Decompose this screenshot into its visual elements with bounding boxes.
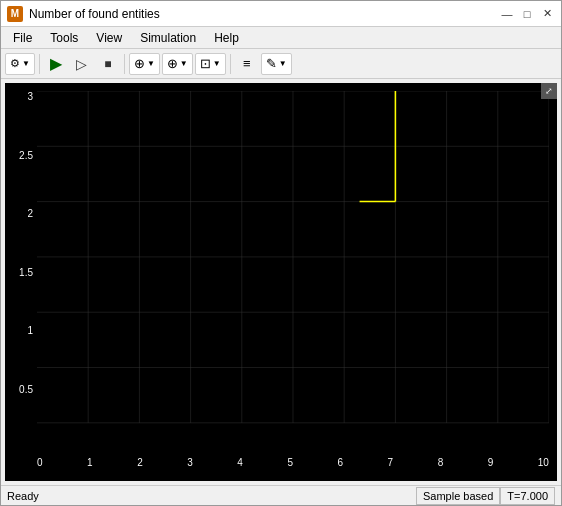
edit-button[interactable]: ✎ ▼ [261,53,292,75]
y-label-2: 2 [27,208,33,219]
window-title: Number of found entities [29,7,160,21]
x-label-1: 1 [87,457,93,468]
y-axis-labels: 3 2.5 2 1.5 1 0.5 0 [5,91,37,453]
plot-svg [37,91,549,453]
x-label-4: 4 [237,457,243,468]
x-label-7: 7 [388,457,394,468]
main-window: M Number of found entities — □ ✕ File To… [0,0,562,506]
menu-tools[interactable]: Tools [42,29,86,47]
menu-bar: File Tools View Simulation Help [1,27,561,49]
toolbar: ⚙ ▼ ▶ ▷ ■ ⊕ ▼ ⊕ ▼ ⊡ ▼ ≡ ✎ ▼ [1,49,561,79]
sep3 [230,54,231,74]
settings-button[interactable]: ⚙ ▼ [5,53,35,75]
fit-dropdown-arrow: ▼ [213,59,221,68]
close-button[interactable]: ✕ [539,6,555,22]
sep2 [124,54,125,74]
app-icon: M [7,6,23,22]
title-bar: M Number of found entities — □ ✕ [1,1,561,27]
y-label-15: 1.5 [19,267,33,278]
edit-icon: ✎ [266,56,277,71]
status-right: Sample based T=7.000 [416,487,555,505]
title-bar-left: M Number of found entities [7,6,160,22]
status-ready: Ready [7,490,39,502]
fit-icon: ⊡ [200,56,211,71]
plot-inner [37,91,549,453]
status-bar: Ready Sample based T=7.000 [1,485,561,505]
fit-button[interactable]: ⊡ ▼ [195,53,226,75]
y-label-05: 0.5 [19,384,33,395]
menu-view[interactable]: View [88,29,130,47]
expand-button[interactable]: ⤢ [541,83,557,99]
x-label-8: 8 [438,457,444,468]
insert-button[interactable]: ⊕ ▼ [129,53,160,75]
y-label-1: 1 [27,325,33,336]
sep1 [39,54,40,74]
insert-dropdown-arrow: ▼ [147,59,155,68]
zoom-button[interactable]: ⊕ ▼ [162,53,193,75]
y-label-25: 2.5 [19,150,33,161]
minimize-button[interactable]: — [499,6,515,22]
menu-simulation[interactable]: Simulation [132,29,204,47]
y-label-3: 3 [27,91,33,102]
x-label-0: 0 [37,457,43,468]
zoom-icon: ⊕ [167,56,178,71]
x-label-10: 10 [538,457,549,468]
edit-dropdown-arrow: ▼ [279,59,287,68]
zoom-dropdown-arrow: ▼ [180,59,188,68]
menu-help[interactable]: Help [206,29,247,47]
x-label-9: 9 [488,457,494,468]
x-axis-labels: 0 1 2 3 4 5 6 7 8 9 10 [37,453,549,481]
window-controls: — □ ✕ [499,6,555,22]
step-button[interactable]: ▷ [70,52,94,76]
time-label: T=7.000 [500,487,555,505]
x-label-5: 5 [287,457,293,468]
insert-icon: ⊕ [134,56,145,71]
sample-based-label: Sample based [416,487,500,505]
x-label-3: 3 [187,457,193,468]
menu-file[interactable]: File [5,29,40,47]
settings-dropdown-arrow: ▼ [22,59,30,68]
layout-button[interactable]: ≡ [235,52,259,76]
run-button[interactable]: ▶ [44,52,68,76]
x-label-2: 2 [137,457,143,468]
stop-button[interactable]: ■ [96,52,120,76]
plot-area: 3 2.5 2 1.5 1 0.5 0 [5,83,557,481]
x-label-6: 6 [337,457,343,468]
maximize-button[interactable]: □ [519,6,535,22]
settings-icon: ⚙ [10,57,20,70]
